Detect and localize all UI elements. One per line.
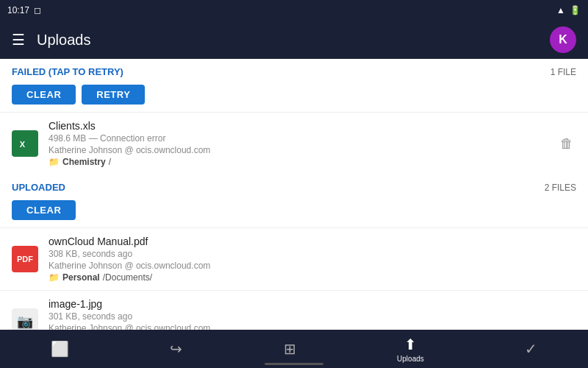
failed-file-sep: — bbox=[89, 133, 100, 144]
uploaded-file-1-size: 308 KB bbox=[49, 249, 77, 259]
nav-item-check[interactable]: ✓ bbox=[513, 337, 549, 361]
uploaded-file-1-meta: 308 KB, seconds ago bbox=[49, 249, 576, 259]
failed-folder-path: / bbox=[109, 157, 111, 167]
status-bar: 10:17 ◻ ▲ 🔋 bbox=[0, 0, 588, 21]
failed-file-item: X Clients.xls 498.6 MB — Connection erro… bbox=[0, 112, 588, 174]
uploaded-folder-1-path: /Documents/ bbox=[103, 272, 152, 283]
uploaded-clear-button[interactable]: CLEAR bbox=[12, 200, 76, 220]
failed-buttons-row: CLEAR RETRY bbox=[0, 82, 588, 112]
image-icon: 📷 bbox=[12, 308, 38, 330]
uploaded-file-item-1: PDF ownCloud Manual.pdf 308 KB, seconds … bbox=[0, 227, 588, 290]
folder-icon-2: 📁 bbox=[49, 272, 60, 283]
failed-file-size: 498.6 MB bbox=[49, 133, 86, 144]
excel-icon: X bbox=[12, 130, 38, 157]
svg-text:X: X bbox=[20, 140, 26, 149]
failed-file-meta: 498.6 MB — Connection error bbox=[49, 133, 547, 144]
uploaded-count: 2 FILES bbox=[545, 183, 576, 193]
failed-file-path: 📁 Chemistry / bbox=[49, 157, 547, 167]
nav-item-uploads[interactable]: ⬆ Uploads bbox=[385, 333, 436, 366]
uploaded-buttons-row: CLEAR bbox=[0, 197, 588, 227]
failed-file-name: Clients.xls bbox=[49, 120, 547, 132]
failed-file-error: Connection error bbox=[100, 133, 165, 144]
check-nav-icon: ✓ bbox=[525, 340, 537, 358]
uploaded-file-2-size: 301 KB bbox=[49, 311, 77, 322]
status-right: ▲ 🔋 bbox=[556, 5, 581, 15]
failed-count: 1 FILE bbox=[551, 67, 576, 77]
uploaded-file-2-info: image-1.jpg 301 KB, seconds ago Katherin… bbox=[49, 298, 576, 330]
battery-icon: 🔋 bbox=[570, 5, 581, 15]
nav-item-grid[interactable]: ⊞ bbox=[272, 337, 308, 361]
nav-item-share[interactable]: ↪ bbox=[158, 337, 194, 361]
grid-nav-icon: ⊞ bbox=[284, 340, 296, 358]
retry-button[interactable]: RETRY bbox=[82, 85, 145, 105]
uploaded-file-1-user: Katherine Johnson @ ocis.owncloud.com bbox=[49, 261, 576, 271]
bottom-nav: ⬜ ↪ ⊞ ⬆ Uploads ✓ bbox=[0, 330, 588, 368]
uploaded-section-header: UPLOADED 2 FILES bbox=[0, 174, 588, 197]
content-area: FAILED (TAP TO RETRY) 1 FILE CLEAR RETRY… bbox=[0, 59, 588, 330]
status-time: 10:17 bbox=[7, 5, 29, 15]
signal-icon: ▲ bbox=[556, 5, 565, 15]
nav-item-files[interactable]: ⬜ bbox=[39, 337, 81, 361]
app-bar-title: Uploads bbox=[37, 32, 538, 49]
delete-failed-file-button[interactable]: 🗑 bbox=[557, 133, 576, 155]
uploaded-file-2-user: Katherine Johnson @ ocis.owncloud.com bbox=[49, 323, 576, 330]
uploaded-file-1-name: ownCloud Manual.pdf bbox=[49, 236, 576, 247]
nav-indicator bbox=[265, 363, 323, 365]
avatar[interactable]: K bbox=[550, 26, 576, 53]
status-left: 10:17 ◻ bbox=[7, 5, 41, 15]
failed-folder-name: Chemistry bbox=[62, 157, 106, 167]
pdf-icon: PDF bbox=[12, 246, 38, 272]
failed-clear-button[interactable]: CLEAR bbox=[12, 85, 76, 105]
status-icon: ◻ bbox=[34, 5, 41, 15]
failed-file-user: Katherine Johnson @ ocis.owncloud.com bbox=[49, 145, 547, 155]
uploaded-file-2-time: seconds ago bbox=[82, 311, 132, 322]
failed-file-info: Clients.xls 498.6 MB — Connection error … bbox=[49, 120, 547, 167]
uploaded-file-2-name: image-1.jpg bbox=[49, 298, 576, 310]
uploaded-file-1-path: 📁 Personal /Documents/ bbox=[49, 272, 576, 283]
uploaded-title: UPLOADED bbox=[12, 182, 65, 193]
uploaded-file-1-time: seconds ago bbox=[82, 249, 132, 259]
failed-section-header: FAILED (TAP TO RETRY) 1 FILE bbox=[0, 59, 588, 82]
app-bar: ☰ Uploads K bbox=[0, 21, 588, 59]
uploaded-folder-1-name: Personal bbox=[62, 272, 100, 283]
uploads-nav-icon: ⬆ bbox=[404, 336, 417, 353]
share-nav-icon: ↪ bbox=[170, 340, 182, 358]
failed-title[interactable]: FAILED (TAP TO RETRY) bbox=[12, 66, 123, 77]
uploaded-file-2-meta: 301 KB, seconds ago bbox=[49, 311, 576, 322]
uploaded-file-item-2: 📷 image-1.jpg 301 KB, seconds ago Kather… bbox=[0, 290, 588, 330]
uploads-nav-label: Uploads bbox=[397, 355, 424, 363]
uploaded-file-1-info: ownCloud Manual.pdf 308 KB, seconds ago … bbox=[49, 236, 576, 283]
folder-icon: 📁 bbox=[49, 157, 60, 167]
files-nav-icon: ⬜ bbox=[51, 340, 69, 358]
hamburger-icon[interactable]: ☰ bbox=[12, 31, 25, 49]
